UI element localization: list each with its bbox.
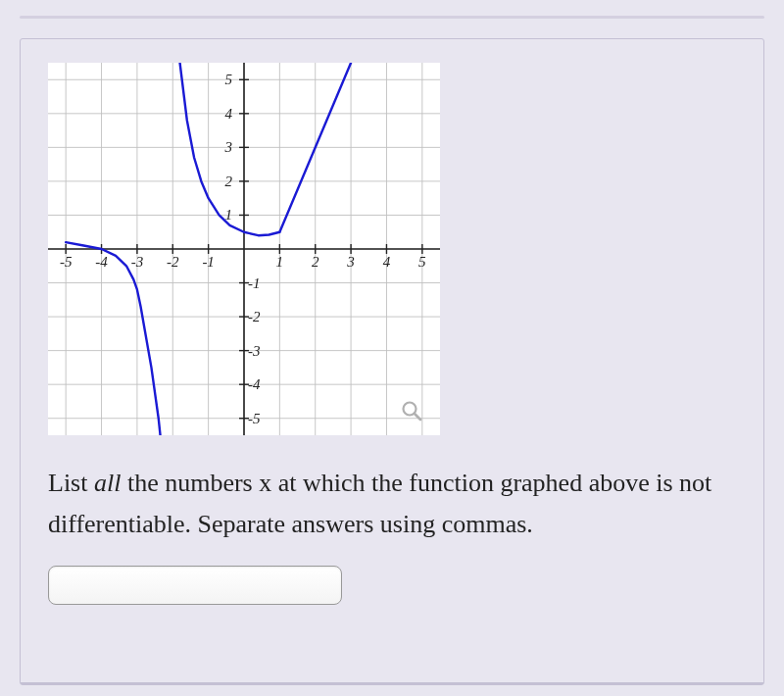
svg-text:3: 3 — [224, 139, 233, 155]
svg-text:-2: -2 — [248, 309, 261, 324]
svg-text:-5: -5 — [60, 254, 73, 270]
question-text: List all the numbers x at which the func… — [48, 463, 736, 544]
question-rest: the numbers x at which the function grap… — [48, 469, 711, 538]
top-divider — [20, 16, 764, 19]
svg-text:3: 3 — [346, 254, 355, 270]
svg-text:2: 2 — [225, 174, 233, 189]
svg-text:1: 1 — [276, 254, 284, 270]
svg-text:-3: -3 — [248, 343, 261, 359]
svg-text:-3: -3 — [131, 254, 144, 270]
graph-svg: -5-4-3-2-112345-5-4-3-2-112345 — [48, 63, 440, 435]
svg-text:-5: -5 — [248, 411, 261, 426]
question-panel: -5-4-3-2-112345-5-4-3-2-112345 List all … — [20, 38, 764, 685]
answer-input[interactable] — [48, 566, 342, 605]
question-prefix: List — [48, 469, 94, 497]
svg-text:4: 4 — [383, 254, 391, 270]
svg-text:4: 4 — [225, 106, 233, 122]
magnify-icon[interactable] — [401, 400, 422, 422]
svg-text:2: 2 — [312, 254, 319, 270]
svg-text:-4: -4 — [248, 376, 261, 392]
svg-text:-1: -1 — [202, 254, 215, 270]
svg-line-67 — [415, 414, 420, 420]
svg-text:-4: -4 — [95, 254, 108, 270]
svg-text:5: 5 — [418, 254, 426, 270]
svg-text:-1: -1 — [248, 275, 261, 291]
function-graph: -5-4-3-2-112345-5-4-3-2-112345 — [48, 63, 440, 435]
svg-text:-2: -2 — [167, 254, 179, 270]
bottom-divider — [21, 682, 763, 684]
svg-text:5: 5 — [225, 72, 233, 87]
question-emph: all — [94, 469, 121, 497]
